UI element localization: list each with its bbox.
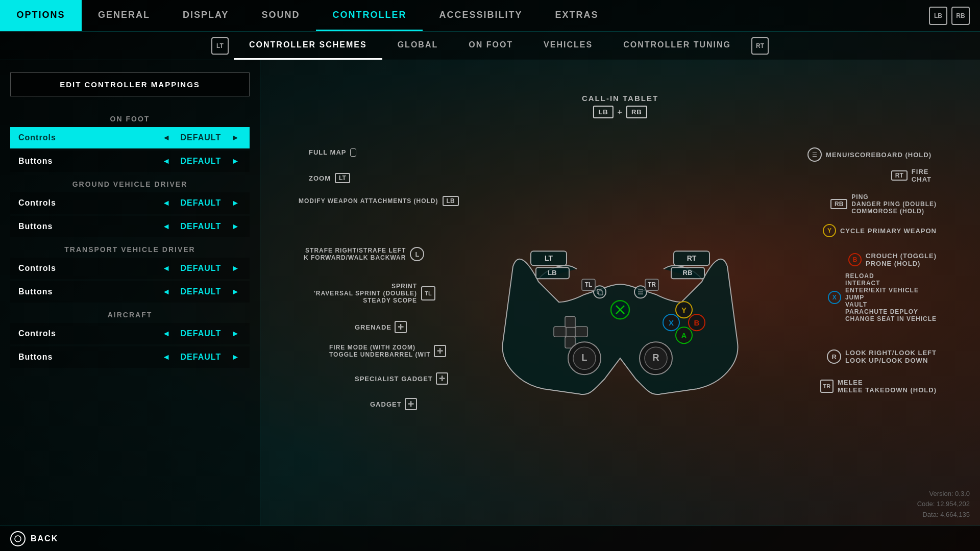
ground-buttons-row[interactable]: Buttons ◄ DEFAULT ►: [10, 216, 250, 237]
on-foot-controls-label: Controls: [18, 133, 56, 142]
nav-general[interactable]: GENERAL: [82, 0, 166, 31]
left-panel: EDIT CONTROLLER MAPPINGS ON FOOT Control…: [0, 60, 260, 525]
label-sprint: SPRINT 'RAVERSAL SPRINT (DOUBLE) STEADY …: [314, 283, 435, 304]
aircraft-buttons-left-arrow[interactable]: ◄: [160, 353, 173, 362]
aircraft-buttons-value: DEFAULT: [181, 353, 222, 362]
nav-extras[interactable]: EXTRAS: [538, 0, 615, 31]
on-foot-buttons-right-arrow[interactable]: ►: [229, 157, 241, 166]
on-foot-controls-row[interactable]: Controls ◄ DEFAULT ►: [10, 127, 250, 148]
on-foot-controls-value: DEFAULT: [181, 133, 222, 142]
ground-buttons-center: ◄ DEFAULT ►: [160, 222, 241, 231]
label-grenade: GRENADE ✛: [355, 321, 407, 333]
label-fire-chat: RT FIRE CHAT: [891, 168, 932, 183]
transport-controls-row[interactable]: Controls ◄ DEFAULT ►: [10, 258, 250, 279]
main-content: EDIT CONTROLLER MAPPINGS ON FOOT Control…: [0, 60, 980, 525]
label-zoom: ZOOM LT: [309, 173, 350, 183]
top-nav: OPTIONS GENERAL DISPLAY SOUND CONTROLLER…: [0, 0, 980, 32]
subnav-global[interactable]: GLOBAL: [382, 32, 454, 60]
aircraft-controls-center: ◄ DEFAULT ►: [160, 329, 241, 338]
label-cycle-weapon: Y CYCLE PRIMARY WEAPON: [823, 224, 937, 237]
ground-buttons-right-arrow[interactable]: ►: [229, 222, 241, 231]
controller-image: LT RT LB RB: [487, 200, 753, 406]
svg-text:LT: LT: [545, 254, 553, 262]
svg-text:RT: RT: [687, 254, 697, 262]
call-in-plus: +: [618, 108, 622, 117]
aircraft-buttons-label: Buttons: [18, 353, 53, 362]
transport-controls-value: DEFAULT: [181, 264, 222, 273]
svg-text:X: X: [669, 318, 674, 327]
transport-buttons-value: DEFAULT: [181, 287, 222, 296]
svg-text:TR: TR: [648, 281, 656, 288]
call-in-rb: RB: [626, 106, 647, 118]
call-in-label: CALL-IN TABLET: [582, 94, 658, 103]
subnav-vehicles[interactable]: VEHICLES: [528, 32, 608, 60]
svg-rect-18: [565, 327, 575, 337]
aircraft-controls-label: Controls: [18, 329, 56, 338]
subnav-on-foot[interactable]: ON FOOT: [453, 32, 528, 60]
aircraft-buttons-right-arrow[interactable]: ►: [229, 353, 241, 362]
nav-controller[interactable]: CONTROLLER: [316, 0, 423, 31]
aircraft-buttons-row[interactable]: Buttons ◄ DEFAULT ►: [10, 346, 250, 368]
svg-text:L: L: [582, 353, 587, 363]
transport-controls-right-arrow[interactable]: ►: [229, 264, 241, 273]
version-number: Version: 0.3.0: [917, 489, 970, 499]
ground-controls-left-arrow[interactable]: ◄: [160, 198, 173, 208]
aircraft-buttons-center: ◄ DEFAULT ►: [160, 353, 241, 362]
ground-controls-label: Controls: [18, 198, 56, 208]
on-foot-buttons-value: DEFAULT: [181, 157, 222, 166]
version-code: Code: 12,954,202: [917, 499, 970, 510]
on-foot-controls-left-arrow[interactable]: ◄: [160, 133, 173, 142]
edit-mappings-button[interactable]: EDIT CONTROLLER MAPPINGS: [10, 72, 250, 96]
label-strafe: STRAFE RIGHT/STRAFE LEFT K FORWARD/WALK …: [304, 247, 424, 261]
transport-buttons-label: Buttons: [18, 287, 53, 296]
transport-controls-left-arrow[interactable]: ◄: [160, 264, 173, 273]
ground-controls-row[interactable]: Controls ◄ DEFAULT ►: [10, 192, 250, 214]
svg-text:Y: Y: [681, 306, 687, 314]
label-melee: TR MELEE MELEE TAKEDOWN (HOLD): [820, 379, 937, 394]
label-full-map: FULL MAP: [309, 147, 356, 157]
aircraft-controls-left-arrow[interactable]: ◄: [160, 329, 173, 338]
back-label: BACK: [31, 534, 58, 543]
svg-point-41: [15, 536, 21, 542]
ground-controls-right-arrow[interactable]: ►: [229, 198, 241, 208]
on-foot-buttons-row[interactable]: Buttons ◄ DEFAULT ►: [10, 151, 250, 172]
lt-btn[interactable]: LT: [211, 37, 229, 55]
transport-buttons-left-arrow[interactable]: ◄: [160, 287, 173, 296]
nav-sound[interactable]: SOUND: [245, 0, 316, 31]
section-ground-vehicle: GROUND VEHICLE DRIVER: [10, 180, 250, 188]
label-reload: X RELOAD INTERACT ENTER/EXIT VEHICLE JUM…: [828, 272, 937, 322]
transport-buttons-right-arrow[interactable]: ►: [229, 287, 241, 296]
transport-buttons-row[interactable]: Buttons ◄ DEFAULT ►: [10, 281, 250, 303]
label-gadget: GADGET ✛: [370, 398, 417, 410]
rt-btn[interactable]: RT: [751, 37, 769, 55]
svg-rect-22: [575, 327, 587, 337]
transport-controls-label: Controls: [18, 264, 56, 273]
aircraft-controls-row[interactable]: Controls ◄ DEFAULT ►: [10, 323, 250, 344]
version-info: Version: 0.3.0 Code: 12,954,202 Data: 4,…: [917, 489, 970, 520]
svg-text:R: R: [653, 353, 659, 363]
back-circle-icon: [10, 531, 26, 546]
transport-buttons-center: ◄ DEFAULT ►: [160, 287, 241, 296]
svg-text:B: B: [694, 318, 700, 327]
call-in-combo: LB + RB: [582, 106, 658, 118]
svg-rect-14: [599, 291, 603, 295]
subnav-controller-schemes[interactable]: CONTROLLER SCHEMES: [234, 32, 382, 60]
ground-buttons-value: DEFAULT: [181, 222, 222, 231]
aircraft-controls-right-arrow[interactable]: ►: [229, 329, 241, 338]
ground-buttons-left-arrow[interactable]: ◄: [160, 222, 173, 231]
ground-buttons-label: Buttons: [18, 222, 53, 231]
on-foot-controls-right-arrow[interactable]: ►: [229, 133, 241, 142]
rb-icon[interactable]: RB: [951, 7, 970, 25]
on-foot-buttons-left-arrow[interactable]: ◄: [160, 157, 173, 166]
version-data: Data: 4,664,135: [917, 510, 970, 520]
nav-display[interactable]: DISPLAY: [166, 0, 245, 31]
subnav-controller-tuning[interactable]: CONTROLLER TUNING: [608, 32, 746, 60]
nav-options[interactable]: OPTIONS: [0, 0, 82, 31]
aircraft-controls-value: DEFAULT: [181, 329, 222, 338]
lb-icon[interactable]: LB: [929, 7, 947, 25]
svg-rect-19: [565, 316, 575, 328]
back-button[interactable]: BACK: [10, 531, 58, 546]
nav-accessibility[interactable]: ACCESSIBILITY: [423, 0, 538, 31]
right-panel: CALL-IN TABLET LB + RB: [260, 60, 980, 525]
label-specialist-gadget: SPECIALIST GADGET ✛: [355, 372, 448, 385]
